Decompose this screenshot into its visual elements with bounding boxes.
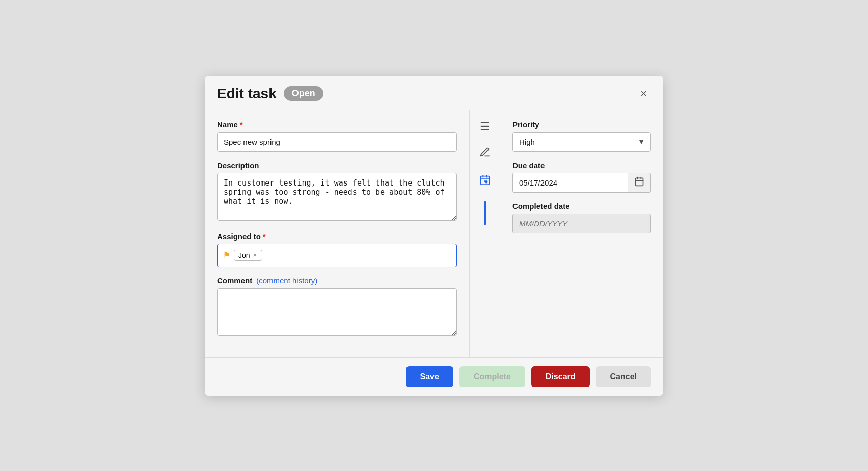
close-button[interactable]: ×	[636, 85, 651, 102]
discard-button[interactable]: Discard	[531, 366, 590, 387]
assigned-required: *	[263, 232, 266, 241]
completed-date-label: Completed date	[512, 202, 651, 211]
right-panel: Priority Low Medium High Critical ▼ Due …	[500, 110, 663, 357]
calendar-icon-button[interactable]	[477, 172, 493, 191]
svg-rect-0	[480, 176, 489, 185]
completed-date-field-group: Completed date	[512, 202, 651, 233]
due-date-field-group: Due date	[512, 161, 651, 193]
tag-remove-button[interactable]: ×	[252, 251, 258, 259]
flag-icon: ⚑	[223, 250, 231, 261]
dialog-header: Edit task Open ×	[205, 76, 663, 110]
priority-label: Priority	[512, 120, 651, 129]
list-icon: ☰	[480, 120, 490, 134]
status-badge: Open	[284, 86, 323, 101]
save-button[interactable]: Save	[406, 366, 453, 387]
comment-history-link[interactable]: (comment history)	[256, 276, 317, 285]
edit-icon-button[interactable]	[477, 145, 493, 163]
description-input[interactable]	[217, 173, 457, 221]
comment-label: Comment (comment history)	[217, 276, 457, 285]
name-label: Name *	[217, 120, 457, 129]
description-label: Description	[217, 161, 457, 170]
left-panel: Name * Description Assigned to * ⚑	[205, 110, 470, 357]
priority-select-wrap: Low Medium High Critical ▼	[512, 132, 651, 152]
edit-task-dialog: Edit task Open × Name * Description	[205, 76, 663, 396]
active-indicator	[484, 201, 486, 225]
due-date-wrap	[512, 173, 651, 193]
comment-input[interactable]	[217, 288, 457, 336]
edit-icon	[479, 147, 491, 161]
priority-field-group: Priority Low Medium High Critical ▼	[512, 120, 651, 152]
svg-point-4	[485, 180, 487, 182]
assigned-to-label: Assigned to *	[217, 232, 457, 241]
completed-date-input	[512, 214, 651, 233]
description-field-group: Description	[217, 161, 457, 223]
assignee-box[interactable]: ⚑ Jon ×	[217, 244, 457, 267]
assignee-tag: Jon ×	[234, 250, 262, 261]
middle-icons-panel: ☰	[470, 110, 500, 357]
title-text: Edit task	[217, 86, 277, 102]
comment-field-group: Comment (comment history)	[217, 276, 457, 338]
priority-select[interactable]: Low Medium High Critical	[512, 132, 651, 152]
cancel-button[interactable]: Cancel	[596, 366, 651, 387]
svg-rect-5	[636, 178, 643, 186]
due-date-input[interactable]	[512, 173, 628, 193]
calendar-picker-button[interactable]	[628, 173, 651, 193]
name-input[interactable]	[217, 132, 457, 152]
dialog-body: Name * Description Assigned to * ⚑	[205, 110, 663, 357]
complete-button: Complete	[459, 366, 525, 387]
due-date-label: Due date	[512, 161, 651, 170]
list-icon-button[interactable]: ☰	[478, 118, 492, 136]
name-field-group: Name *	[217, 120, 457, 152]
dialog-footer: Save Complete Discard Cancel	[205, 357, 663, 396]
calendar-picker-icon	[634, 176, 644, 189]
name-required: *	[240, 120, 243, 129]
dialog-title: Edit task Open	[217, 86, 323, 102]
assigned-to-field-group: Assigned to * ⚑ Jon ×	[217, 232, 457, 267]
calendar-icon	[479, 174, 491, 189]
